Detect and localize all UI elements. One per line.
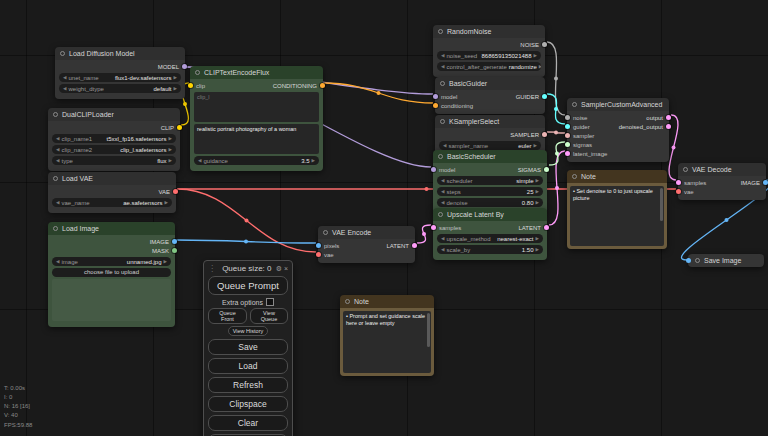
increment-arrow-icon[interactable]: ▶ — [536, 200, 539, 205]
output-slot-GUIDER[interactable]: GUIDER — [516, 94, 540, 100]
slot-dot[interactable] — [182, 64, 187, 69]
input-slot-samples[interactable]: samples — [683, 180, 706, 186]
node-dual-clip-loader[interactable]: DualCLIPLoaderCLIP◀clip_name1t5xxl_fp16.… — [48, 108, 180, 171]
widget-clip-name1[interactable]: ◀clip_name1t5xxl_fp16.safetensors▶ — [52, 134, 176, 143]
node-note-upscale[interactable]: Note• Set denoise to 0 to just upscale p… — [567, 170, 667, 249]
increment-arrow-icon[interactable]: ▶ — [169, 158, 172, 163]
scrollbar-thumb[interactable] — [660, 188, 663, 221]
increment-arrow-icon[interactable]: ▶ — [536, 178, 539, 183]
node-save-image[interactable]: Save Image — [688, 254, 764, 267]
slot-dot[interactable] — [565, 151, 570, 156]
load-button[interactable]: Load — [208, 358, 288, 374]
extra-options-checkbox[interactable] — [266, 298, 274, 306]
output-slot-CONDITIONING[interactable]: CONDITIONING — [273, 83, 318, 89]
output-slot-IMAGE[interactable]: IMAGE — [741, 180, 761, 186]
slot-dot[interactable] — [316, 243, 321, 248]
node-titlebar[interactable]: Note — [340, 295, 434, 308]
node-random-noise[interactable]: RandomNoiseNOISE◀noise_seed8686591350214… — [433, 25, 545, 77]
decrement-arrow-icon[interactable]: ◀ — [56, 158, 59, 163]
input-slot-noise[interactable]: noise — [572, 115, 587, 121]
slot-dot[interactable] — [565, 133, 570, 138]
increment-arrow-icon[interactable]: ▶ — [536, 247, 539, 252]
collapse-toggle-icon[interactable] — [53, 176, 58, 181]
widget-noise-seed[interactable]: ◀noise_seed868659135021488▶ — [437, 51, 541, 60]
node-titlebar[interactable]: RandomNoise — [433, 25, 545, 38]
node-titlebar[interactable]: KSamplerSelect — [435, 115, 545, 128]
collapse-toggle-icon[interactable] — [572, 174, 577, 179]
collapse-toggle-icon[interactable] — [345, 299, 350, 304]
node-titlebar[interactable]: Load Image — [48, 222, 175, 235]
node-vae-decode[interactable]: VAE DecodesamplesIMAGEvae — [678, 163, 766, 200]
widget-unet-name[interactable]: ◀unet_nameflux1-dev.safetensors▶ — [59, 73, 181, 82]
widget-denoise[interactable]: ◀denoise0.80▶ — [437, 198, 543, 207]
slot-dot[interactable] — [412, 243, 417, 248]
increment-arrow-icon[interactable]: ▶ — [165, 200, 168, 205]
decrement-arrow-icon[interactable]: ◀ — [441, 178, 444, 183]
node-note-prompt[interactable]: Note• Prompt and set guidance scale here… — [340, 295, 434, 376]
output-slot-MODEL[interactable]: MODEL — [158, 64, 180, 70]
collapse-toggle-icon[interactable] — [440, 119, 445, 124]
node-load-vae[interactable]: Load VAEVAE◀vae_nameae.safetensors▶ — [48, 172, 176, 213]
decrement-arrow-icon[interactable]: ◀ — [441, 189, 444, 194]
clear-button[interactable]: Clear — [208, 415, 288, 431]
slot-dot[interactable] — [188, 83, 193, 88]
node-sampler-custom-advanced[interactable]: SamplerCustomAdvancednoiseoutputguiderde… — [567, 98, 669, 162]
decrement-arrow-icon[interactable]: ◀ — [198, 158, 201, 163]
view-queue-button[interactable]: View Queue — [250, 308, 288, 324]
widget-vae-name[interactable]: ◀vae_nameae.safetensors▶ — [52, 198, 172, 207]
save-button[interactable]: Save — [208, 339, 288, 355]
increment-arrow-icon[interactable]: ▶ — [169, 136, 172, 141]
node-graph-canvas[interactable]: Load Diffusion ModelMODEL◀unet_nameflux1… — [0, 0, 768, 436]
text-area[interactable]: clip_l — [194, 92, 319, 122]
collapse-toggle-icon[interactable] — [195, 70, 200, 75]
close-icon[interactable]: × — [284, 265, 288, 272]
node-titlebar[interactable]: Load VAE — [48, 172, 176, 185]
collapse-toggle-icon[interactable] — [438, 29, 443, 34]
output-slot-SAMPLER[interactable]: SAMPLER — [510, 132, 540, 138]
decrement-arrow-icon[interactable]: ◀ — [441, 247, 444, 252]
node-basic-guider[interactable]: BasicGuidermodelGUIDERconditioning — [435, 77, 545, 114]
input-slot-vae[interactable]: vae — [683, 189, 694, 195]
decrement-arrow-icon[interactable]: ◀ — [56, 147, 59, 152]
node-load-diffusion-model[interactable]: Load Diffusion ModelMODEL◀unet_nameflux1… — [55, 47, 185, 99]
input-slot-samples[interactable]: samples — [438, 225, 461, 231]
node-titlebar[interactable]: SamplerCustomAdvanced — [567, 98, 669, 111]
decrement-arrow-icon[interactable]: ◀ — [443, 143, 446, 148]
collapse-toggle-icon[interactable] — [323, 230, 328, 235]
node-titlebar[interactable]: CLIPTextEncodeFlux — [190, 66, 323, 79]
slot-dot[interactable] — [177, 125, 182, 130]
menu-drag-handle-icon[interactable]: ⋮ — [208, 264, 216, 273]
slot-dot[interactable] — [666, 124, 671, 129]
collapse-toggle-icon[interactable] — [438, 154, 443, 159]
decrement-arrow-icon[interactable]: ◀ — [56, 136, 59, 141]
decrement-arrow-icon[interactable]: ◀ — [441, 236, 444, 241]
node-titlebar[interactable]: DualCLIPLoader — [48, 108, 180, 121]
output-slot-output[interactable]: output — [646, 115, 664, 121]
input-slot-model[interactable]: model — [440, 94, 457, 100]
slot-dot[interactable] — [431, 225, 436, 230]
upload-button[interactable]: choose file to upload — [52, 268, 171, 277]
node-titlebar[interactable]: Upscale Latent By — [433, 208, 547, 221]
node-titlebar[interactable]: VAE Decode — [678, 163, 766, 176]
increment-arrow-icon[interactable]: ▶ — [164, 259, 167, 264]
widget-guidance[interactable]: ◀guidance3.5▶ — [194, 156, 319, 165]
slot-dot[interactable] — [544, 167, 549, 172]
text-area[interactable]: realistic portrait photography of a woma… — [194, 124, 319, 154]
queue-front-button[interactable]: Queue Front — [208, 308, 247, 324]
widget-scheduler[interactable]: ◀schedulersimple▶ — [437, 176, 543, 185]
slot-dot[interactable] — [431, 167, 436, 172]
slot-dot[interactable] — [676, 189, 681, 194]
slot-dot[interactable] — [433, 103, 438, 108]
increment-arrow-icon[interactable]: ▶ — [169, 147, 172, 152]
decrement-arrow-icon[interactable]: ◀ — [441, 53, 444, 58]
node-titlebar[interactable]: Load Diffusion Model — [55, 47, 185, 60]
settings-gear-icon[interactable]: ⚙ — [276, 265, 282, 273]
input-slot-sigmas[interactable]: sigmas — [572, 142, 592, 148]
increment-arrow-icon[interactable]: ▶ — [536, 236, 539, 241]
widget-upscale-method[interactable]: ◀upscale_methodnearest-exact▶ — [437, 234, 543, 243]
slot-dot[interactable] — [542, 132, 547, 137]
output-slot-LATENT[interactable]: LATENT — [386, 243, 410, 249]
slot-dot[interactable] — [666, 115, 671, 120]
collapse-toggle-icon[interactable] — [438, 212, 443, 217]
node-load-image[interactable]: Load ImageIMAGEMASK◀imageunnamed.jpg▶cho… — [48, 222, 175, 327]
